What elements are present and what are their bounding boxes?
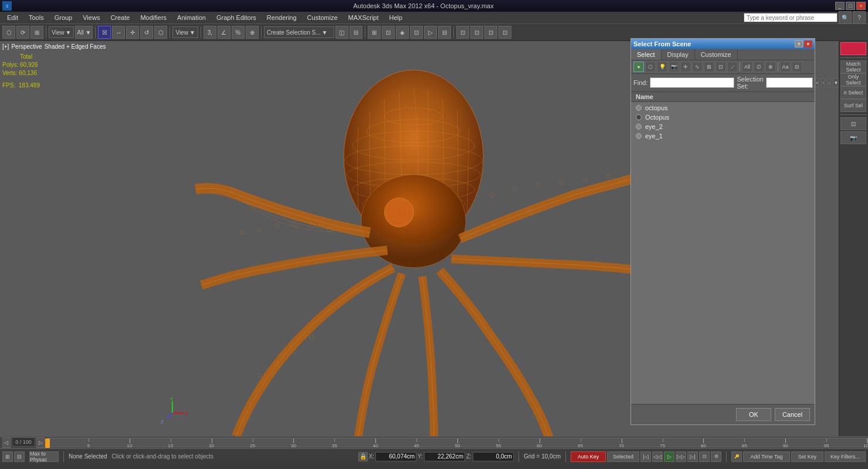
selected-display[interactable]: Selected (607, 451, 639, 462)
schematic[interactable]: ⊡ (382, 26, 395, 39)
only-select-btn[interactable]: Only Select (840, 73, 866, 86)
select-tool[interactable]: ⬡ (2, 26, 15, 39)
n-select-btn[interactable]: n Select (840, 86, 866, 99)
sel-icon4[interactable]: ▼ (833, 78, 839, 87)
max-to-phys-btn[interactable]: Max to Physac (29, 451, 59, 462)
surf-sel-btn[interactable]: Surf Sel (840, 99, 866, 112)
tab-display[interactable]: Display (662, 49, 695, 60)
play-btn[interactable]: ▷ (664, 451, 674, 462)
create-selection-dropdown[interactable]: Create Selection S... ▼ (264, 26, 334, 38)
dtool-case[interactable]: Aa (780, 62, 791, 72)
selection-set-input[interactable] (766, 77, 813, 88)
mirror-tool[interactable]: ◫ (335, 26, 348, 39)
viewport-perspective[interactable]: Perspective (11, 43, 42, 50)
find-input[interactable] (650, 77, 734, 88)
tab-customize[interactable]: Customize (695, 49, 738, 60)
extra-tool4[interactable]: ⊡ (499, 26, 511, 39)
menu-animation[interactable]: Animation (172, 13, 211, 22)
cam-icon-btn[interactable]: 📷 (840, 131, 866, 144)
sel-icon3[interactable]: ↓ (827, 78, 830, 87)
close-btn[interactable]: × (856, 2, 866, 10)
key-filters-btn[interactable]: Key Filters... (825, 451, 866, 462)
auto-key-btn[interactable]: Auto Key (571, 451, 606, 462)
key-mode-btn[interactable]: ⊡ (699, 451, 710, 462)
transform-select[interactable]: ↔ (112, 26, 125, 39)
rotate-tool[interactable]: ↺ (140, 26, 153, 39)
extra-tool2[interactable]: ⊡ (470, 26, 483, 39)
maximize-btn[interactable]: □ (846, 2, 855, 10)
dtool-shapes[interactable]: ⬡ (645, 62, 656, 72)
menu-tools[interactable]: Tools (24, 13, 49, 22)
menu-edit[interactable]: Edit (2, 13, 23, 22)
sel-icon2[interactable]: ↑ (821, 78, 825, 87)
cancel-button[interactable]: Cancel (775, 408, 810, 421)
extra-tool3[interactable]: ⊡ (484, 26, 497, 39)
menu-help[interactable]: Help (385, 13, 408, 22)
menu-group[interactable]: Group (50, 13, 77, 22)
dtool-geo[interactable]: ● (633, 62, 644, 72)
prev-key-btn[interactable]: ◁◁ (652, 451, 663, 462)
dtool-helpers[interactable]: ✛ (680, 62, 691, 72)
prev-frame-btn[interactable]: |◁ (640, 451, 651, 462)
scale-tool[interactable]: ⬡ (154, 26, 167, 39)
select-region-tool[interactable]: ⟳ (16, 26, 29, 39)
set-key-btn[interactable]: Set Key (791, 451, 823, 462)
menu-graph-editors[interactable]: Graph Editors (212, 13, 261, 22)
render-icon-btn[interactable]: ⊡ (840, 117, 866, 130)
dtool-filter[interactable]: ⊟ (792, 62, 802, 72)
snap-angle[interactable]: ∠ (218, 26, 230, 39)
next-frame-btn[interactable]: ▷| (687, 451, 698, 462)
add-time-tag-btn[interactable]: Add Time Tag (743, 451, 790, 462)
snap-pct[interactable]: % (232, 26, 245, 39)
quick-render[interactable]: ▷ (424, 26, 437, 39)
mini-btn2[interactable]: ⊟ (14, 451, 25, 462)
dtool-spacewarps[interactable]: ∿ (692, 62, 703, 72)
view-dropdown2[interactable]: View ▼ (172, 26, 198, 38)
dtool-invert[interactable]: ⊕ (765, 62, 776, 72)
menu-maxscript[interactable]: MAXScript (344, 13, 384, 22)
move-tool[interactable]: ✛ (126, 26, 139, 39)
list-item-eye1[interactable]: eye_1 (631, 131, 815, 141)
dtool-groups[interactable]: ⊞ (704, 62, 714, 72)
extra-tool1[interactable]: ⊡ (456, 26, 469, 39)
dtool-none[interactable]: ∅ (754, 62, 764, 72)
ok-button[interactable]: OK (736, 408, 771, 421)
dtool-cameras[interactable]: 📷 (669, 62, 679, 72)
select-obj-tool[interactable]: ☒ (98, 26, 111, 39)
list-item-eye2[interactable]: eye_2 (631, 122, 815, 131)
tab-select[interactable]: Select (631, 49, 662, 60)
render-setup[interactable]: ⊡ (410, 26, 423, 39)
snap-3d[interactable]: 3, (204, 26, 216, 39)
search-btn[interactable]: 🔍 (839, 11, 852, 24)
menu-modifiers[interactable]: Modifiers (135, 13, 171, 22)
menu-create[interactable]: Create (106, 13, 134, 22)
render-frame[interactable]: ⊟ (438, 26, 451, 39)
timeline-ruler[interactable]: 0 5 10 15 20 25 30 35 40 45 50 (47, 438, 868, 447)
timeline-nav-right[interactable]: ▷ (36, 437, 45, 448)
menu-views[interactable]: Views (78, 13, 104, 22)
list-item-octopus-upper[interactable]: Octopus (631, 113, 815, 122)
select-by-name[interactable]: ⊞ (30, 26, 43, 39)
minimize-btn[interactable]: _ (835, 2, 845, 10)
viewport-plus[interactable]: [+] (2, 43, 9, 50)
help-btn[interactable]: ? (853, 11, 866, 24)
sel-icon1[interactable]: + (815, 78, 819, 87)
viewport-shading[interactable]: Shaded + Edged Faces (45, 43, 106, 50)
lock-btn[interactable]: 🔒 (358, 452, 368, 461)
link-tool[interactable]: All ▼ (75, 26, 93, 39)
material-editor[interactable]: ◈ (396, 26, 409, 39)
menu-rendering[interactable]: Rendering (262, 13, 301, 22)
dtool-xrefs[interactable]: ⊡ (716, 62, 726, 72)
dialog-help-btn[interactable]: ? (795, 40, 803, 47)
align-tool[interactable]: ⊟ (350, 26, 362, 39)
key-icon[interactable]: 🔑 (731, 451, 742, 462)
dialog-object-list[interactable]: octopus Octopus eye_2 eye_1 (631, 102, 815, 404)
dtool-all[interactable]: All (742, 62, 752, 72)
dtool-bones[interactable]: ⟋ (727, 62, 738, 72)
search-input[interactable] (744, 13, 838, 22)
timeline-nav-left[interactable]: ◁ (2, 437, 11, 448)
next-key-btn[interactable]: ▷▷ (676, 451, 686, 462)
layer-manager[interactable]: ⊞ (368, 26, 381, 39)
titlebar-controls[interactable]: _ □ × (835, 2, 866, 10)
mini-btn1[interactable]: ⊞ (2, 451, 13, 462)
